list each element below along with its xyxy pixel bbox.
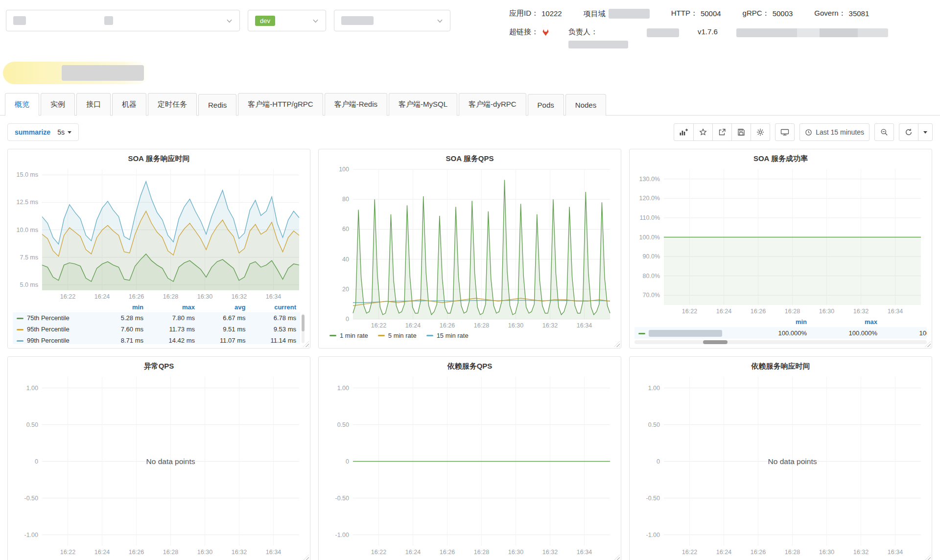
panel-error-qps: 异常QPS 1.000.500-0.50-1.0016:2216:2416:26…: [7, 356, 310, 560]
chart-canvas[interactable]: 5.0 ms7.5 ms10.0 ms12.5 ms15.0 ms16:2216…: [11, 165, 307, 302]
chart-canvas[interactable]: 1.000.500-0.50-1.0016:2216:2416:2616:281…: [633, 373, 929, 558]
time-range-button[interactable]: Last 15 minutes: [799, 123, 870, 141]
legend-column-avg[interactable]: avg: [199, 302, 250, 312]
legend-hscrollbar[interactable]: [703, 340, 728, 344]
svg-text:110.0%: 110.0%: [640, 214, 660, 221]
chart-canvas[interactable]: 1.000.500-0.50-1.0016:2216:2416:2616:281…: [11, 373, 307, 558]
redacted-project-domain-value: [609, 9, 650, 19]
panel-title[interactable]: 异常QPS: [8, 357, 310, 372]
svg-text:No data points: No data points: [768, 457, 817, 466]
svg-text:1.00: 1.00: [26, 385, 38, 392]
idc-select[interactable]: [334, 10, 450, 31]
redacted-avatar: [647, 28, 679, 37]
app-select[interactable]: [6, 10, 240, 31]
legend-scroll-area[interactable]: minmaxavgcurrent75th Percentile5.28 ms7.…: [13, 302, 305, 344]
svg-text:-0.50: -0.50: [335, 495, 350, 502]
legend-scrollbar[interactable]: [302, 315, 305, 331]
legend-value: 9.51 ms: [199, 324, 250, 335]
svg-text:16:26: 16:26: [751, 549, 766, 556]
chart-legend: [630, 558, 932, 560]
star-button[interactable]: [693, 123, 713, 141]
interval-value: 5s: [57, 128, 65, 136]
legend-column-min[interactable]: min: [101, 302, 147, 312]
refresh-button[interactable]: [899, 123, 918, 141]
svg-text:15.0 ms: 15.0 ms: [17, 171, 38, 178]
add-panel-button[interactable]: [674, 123, 694, 141]
legend-series-name[interactable]: 75th Percentile: [13, 312, 101, 324]
owner-label: 负责人：: [568, 27, 628, 37]
panel-title[interactable]: SOA 服务响应时间: [8, 149, 310, 164]
legend-hscrollbar-track: [634, 340, 927, 344]
legend-value: 9.53 ms: [249, 324, 300, 335]
tab-redis[interactable]: Redis: [198, 94, 236, 116]
chart-canvas[interactable]: 70.0%80.0%90.0%100.0%110.0%120.0%130.0%1…: [633, 165, 929, 317]
svg-text:0.50: 0.50: [337, 421, 349, 428]
settings-gear-button[interactable]: [751, 123, 770, 141]
refresh-interval-dropdown[interactable]: [918, 123, 933, 141]
app-id-label: 应用ID：: [509, 9, 539, 18]
legend-column-max[interactable]: max: [811, 317, 881, 327]
zoom-out-button[interactable]: [874, 123, 894, 141]
chart-legend: minmaxavgcurrent100.000%100.000%100.000%…: [630, 317, 932, 348]
svg-text:16:26: 16:26: [129, 549, 144, 556]
chart-legend: minmaxavgcurrent75th Percentile5.28 ms7.…: [8, 302, 310, 348]
svg-text:80: 80: [342, 196, 349, 203]
tab-machines[interactable]: 机器: [112, 93, 146, 116]
svg-text:16:32: 16:32: [232, 549, 247, 556]
panel-soa-qps: SOA 服务QPS 02040608010016:2216:2416:2616:…: [318, 149, 621, 349]
series-color-dash-icon: [17, 329, 24, 330]
legend-series-name[interactable]: [634, 327, 740, 339]
legend-item[interactable]: 15 min rate: [426, 332, 469, 339]
legend-series-name[interactable]: 95th Percentile: [13, 324, 101, 335]
env-select[interactable]: dev: [248, 10, 326, 31]
project-domain: 项目域: [584, 9, 650, 19]
chart-canvas[interactable]: 1.000.500-0.50-1.0016:2216:2416:2616:281…: [322, 373, 618, 558]
chart-canvas[interactable]: 02040608010016:2216:2416:2616:2816:3016:…: [322, 165, 618, 331]
grpc-value: 50003: [773, 9, 793, 18]
save-button[interactable]: [731, 123, 751, 141]
app-id: 应用ID：10222: [509, 9, 562, 18]
tab-instances[interactable]: 实例: [41, 93, 75, 116]
tab-nodes[interactable]: Nodes: [565, 94, 606, 116]
share-button[interactable]: [712, 123, 732, 141]
panel-title[interactable]: 依赖服务QPS: [319, 357, 621, 372]
panel-title[interactable]: SOA 服务成功率: [630, 149, 932, 164]
panel-soa-response-time: SOA 服务响应时间 5.0 ms7.5 ms10.0 ms12.5 ms15.…: [7, 149, 310, 349]
svg-text:16:34: 16:34: [266, 549, 281, 556]
panel-title[interactable]: 依赖服务响应时间: [630, 357, 932, 372]
svg-text:16:32: 16:32: [853, 549, 869, 556]
refresh-group: [899, 123, 933, 141]
legend-column-max[interactable]: max: [147, 302, 199, 312]
tab-client-mysql[interactable]: 客户端-MySQL: [389, 93, 457, 116]
svg-text:-0.50: -0.50: [24, 495, 39, 502]
tab-client-dyrpc[interactable]: 客户端-dyRPC: [459, 93, 526, 116]
tv-mode-button[interactable]: [775, 123, 795, 141]
tab-pods[interactable]: Pods: [528, 94, 564, 116]
legend-column-current[interactable]: current: [249, 302, 300, 312]
svg-text:16:28: 16:28: [785, 308, 800, 315]
interval-dropdown[interactable]: 5s: [57, 128, 71, 136]
svg-text:40: 40: [342, 256, 349, 263]
legend-column-min[interactable]: min: [740, 317, 811, 327]
legend-column-avg[interactable]: avg: [881, 317, 927, 327]
svg-text:16:30: 16:30: [819, 308, 834, 315]
tab-client-redis[interactable]: 客户端-Redis: [325, 93, 387, 116]
svg-text:1.00: 1.00: [337, 385, 349, 392]
tab-cron-jobs[interactable]: 定时任务: [148, 93, 197, 116]
version-value: v1.7.6: [698, 27, 718, 36]
tab-interfaces[interactable]: 接口: [76, 93, 111, 116]
toolbar-actions: Last 15 minutes: [674, 123, 933, 141]
chart-legend: 1 min rate5 min rate15 min rate: [319, 331, 621, 348]
tab-overview[interactable]: 概览: [5, 93, 39, 116]
gitlab-icon[interactable]: [541, 28, 550, 36]
panel-title[interactable]: SOA 服务QPS: [319, 149, 621, 164]
legend-value: 11.07 ms: [199, 335, 250, 344]
caret-down-icon: [68, 131, 71, 134]
legend-item[interactable]: 1 min rate: [329, 332, 368, 339]
svg-text:16:24: 16:24: [716, 308, 731, 315]
legend-value: 100.000%: [811, 327, 881, 339]
legend-item[interactable]: 5 min rate: [378, 332, 417, 339]
tab-client-http-grpc[interactable]: 客户端-HTTP/gRPC: [238, 93, 323, 116]
legend-series-name[interactable]: 99th Percentile: [13, 335, 101, 344]
chart-legend: [319, 558, 621, 560]
